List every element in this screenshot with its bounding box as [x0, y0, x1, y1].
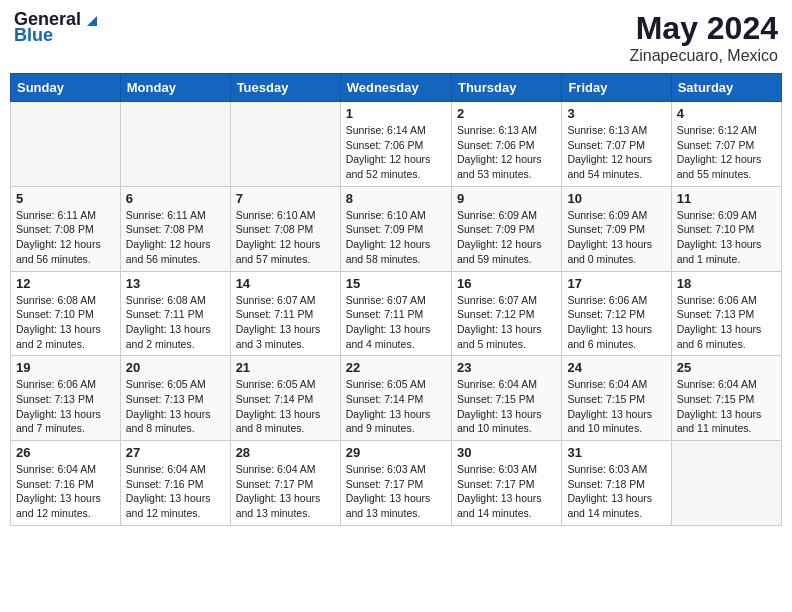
- day-number: 27: [126, 445, 225, 460]
- table-row: 21Sunrise: 6:05 AM Sunset: 7:14 PM Dayli…: [230, 356, 340, 441]
- day-info: Sunrise: 6:06 AM Sunset: 7:13 PM Dayligh…: [677, 293, 776, 352]
- day-info: Sunrise: 6:09 AM Sunset: 7:10 PM Dayligh…: [677, 208, 776, 267]
- col-friday: Friday: [562, 74, 671, 102]
- table-row: 3Sunrise: 6:13 AM Sunset: 7:07 PM Daylig…: [562, 102, 671, 187]
- day-number: 15: [346, 276, 446, 291]
- day-number: 30: [457, 445, 556, 460]
- table-row: 8Sunrise: 6:10 AM Sunset: 7:09 PM Daylig…: [340, 186, 451, 271]
- day-number: 26: [16, 445, 115, 460]
- day-number: 16: [457, 276, 556, 291]
- col-wednesday: Wednesday: [340, 74, 451, 102]
- calendar-week-5: 26Sunrise: 6:04 AM Sunset: 7:16 PM Dayli…: [11, 441, 782, 526]
- table-row: 29Sunrise: 6:03 AM Sunset: 7:17 PM Dayli…: [340, 441, 451, 526]
- table-row: 18Sunrise: 6:06 AM Sunset: 7:13 PM Dayli…: [671, 271, 781, 356]
- day-info: Sunrise: 6:07 AM Sunset: 7:12 PM Dayligh…: [457, 293, 556, 352]
- day-number: 22: [346, 360, 446, 375]
- day-number: 29: [346, 445, 446, 460]
- day-number: 31: [567, 445, 665, 460]
- col-thursday: Thursday: [451, 74, 561, 102]
- day-info: Sunrise: 6:04 AM Sunset: 7:17 PM Dayligh…: [236, 462, 335, 521]
- day-info: Sunrise: 6:10 AM Sunset: 7:08 PM Dayligh…: [236, 208, 335, 267]
- day-number: 21: [236, 360, 335, 375]
- calendar-week-2: 5Sunrise: 6:11 AM Sunset: 7:08 PM Daylig…: [11, 186, 782, 271]
- day-number: 3: [567, 106, 665, 121]
- day-number: 4: [677, 106, 776, 121]
- table-row: 19Sunrise: 6:06 AM Sunset: 7:13 PM Dayli…: [11, 356, 121, 441]
- calendar-week-1: 1Sunrise: 6:14 AM Sunset: 7:06 PM Daylig…: [11, 102, 782, 187]
- day-info: Sunrise: 6:04 AM Sunset: 7:16 PM Dayligh…: [16, 462, 115, 521]
- table-row: 25Sunrise: 6:04 AM Sunset: 7:15 PM Dayli…: [671, 356, 781, 441]
- col-tuesday: Tuesday: [230, 74, 340, 102]
- table-row: [671, 441, 781, 526]
- table-row: 27Sunrise: 6:04 AM Sunset: 7:16 PM Dayli…: [120, 441, 230, 526]
- day-info: Sunrise: 6:03 AM Sunset: 7:17 PM Dayligh…: [346, 462, 446, 521]
- day-info: Sunrise: 6:08 AM Sunset: 7:10 PM Dayligh…: [16, 293, 115, 352]
- table-row: [11, 102, 121, 187]
- day-number: 7: [236, 191, 335, 206]
- table-row: 9Sunrise: 6:09 AM Sunset: 7:09 PM Daylig…: [451, 186, 561, 271]
- table-row: 17Sunrise: 6:06 AM Sunset: 7:12 PM Dayli…: [562, 271, 671, 356]
- day-number: 13: [126, 276, 225, 291]
- svg-marker-0: [87, 16, 97, 26]
- table-row: 1Sunrise: 6:14 AM Sunset: 7:06 PM Daylig…: [340, 102, 451, 187]
- day-number: 5: [16, 191, 115, 206]
- day-info: Sunrise: 6:05 AM Sunset: 7:14 PM Dayligh…: [236, 377, 335, 436]
- page-header: General Blue May 2024 Zinapecuaro, Mexic…: [10, 10, 782, 65]
- day-info: Sunrise: 6:07 AM Sunset: 7:11 PM Dayligh…: [346, 293, 446, 352]
- day-info: Sunrise: 6:06 AM Sunset: 7:12 PM Dayligh…: [567, 293, 665, 352]
- table-row: 2Sunrise: 6:13 AM Sunset: 7:06 PM Daylig…: [451, 102, 561, 187]
- table-row: 23Sunrise: 6:04 AM Sunset: 7:15 PM Dayli…: [451, 356, 561, 441]
- location-title: Zinapecuaro, Mexico: [629, 47, 778, 65]
- logo-text: General Blue: [14, 10, 99, 44]
- logo-blue: Blue: [14, 26, 99, 44]
- day-info: Sunrise: 6:07 AM Sunset: 7:11 PM Dayligh…: [236, 293, 335, 352]
- day-number: 6: [126, 191, 225, 206]
- day-number: 10: [567, 191, 665, 206]
- calendar-header-row: Sunday Monday Tuesday Wednesday Thursday…: [11, 74, 782, 102]
- day-info: Sunrise: 6:04 AM Sunset: 7:15 PM Dayligh…: [457, 377, 556, 436]
- day-number: 8: [346, 191, 446, 206]
- day-number: 14: [236, 276, 335, 291]
- title-section: May 2024 Zinapecuaro, Mexico: [629, 10, 778, 65]
- day-info: Sunrise: 6:03 AM Sunset: 7:17 PM Dayligh…: [457, 462, 556, 521]
- table-row: 31Sunrise: 6:03 AM Sunset: 7:18 PM Dayli…: [562, 441, 671, 526]
- calendar-week-3: 12Sunrise: 6:08 AM Sunset: 7:10 PM Dayli…: [11, 271, 782, 356]
- table-row: 7Sunrise: 6:10 AM Sunset: 7:08 PM Daylig…: [230, 186, 340, 271]
- table-row: 4Sunrise: 6:12 AM Sunset: 7:07 PM Daylig…: [671, 102, 781, 187]
- day-info: Sunrise: 6:10 AM Sunset: 7:09 PM Dayligh…: [346, 208, 446, 267]
- day-number: 24: [567, 360, 665, 375]
- day-number: 18: [677, 276, 776, 291]
- day-info: Sunrise: 6:09 AM Sunset: 7:09 PM Dayligh…: [457, 208, 556, 267]
- day-info: Sunrise: 6:04 AM Sunset: 7:15 PM Dayligh…: [677, 377, 776, 436]
- table-row: 13Sunrise: 6:08 AM Sunset: 7:11 PM Dayli…: [120, 271, 230, 356]
- logo: General Blue: [14, 10, 99, 44]
- day-info: Sunrise: 6:05 AM Sunset: 7:13 PM Dayligh…: [126, 377, 225, 436]
- day-info: Sunrise: 6:13 AM Sunset: 7:07 PM Dayligh…: [567, 123, 665, 182]
- day-info: Sunrise: 6:04 AM Sunset: 7:15 PM Dayligh…: [567, 377, 665, 436]
- day-number: 2: [457, 106, 556, 121]
- table-row: 26Sunrise: 6:04 AM Sunset: 7:16 PM Dayli…: [11, 441, 121, 526]
- day-info: Sunrise: 6:03 AM Sunset: 7:18 PM Dayligh…: [567, 462, 665, 521]
- day-info: Sunrise: 6:11 AM Sunset: 7:08 PM Dayligh…: [16, 208, 115, 267]
- col-sunday: Sunday: [11, 74, 121, 102]
- day-number: 20: [126, 360, 225, 375]
- day-info: Sunrise: 6:08 AM Sunset: 7:11 PM Dayligh…: [126, 293, 225, 352]
- day-number: 11: [677, 191, 776, 206]
- table-row: [120, 102, 230, 187]
- table-row: 11Sunrise: 6:09 AM Sunset: 7:10 PM Dayli…: [671, 186, 781, 271]
- table-row: 6Sunrise: 6:11 AM Sunset: 7:08 PM Daylig…: [120, 186, 230, 271]
- table-row: 14Sunrise: 6:07 AM Sunset: 7:11 PM Dayli…: [230, 271, 340, 356]
- day-info: Sunrise: 6:14 AM Sunset: 7:06 PM Dayligh…: [346, 123, 446, 182]
- table-row: 28Sunrise: 6:04 AM Sunset: 7:17 PM Dayli…: [230, 441, 340, 526]
- day-number: 9: [457, 191, 556, 206]
- day-number: 19: [16, 360, 115, 375]
- table-row: 20Sunrise: 6:05 AM Sunset: 7:13 PM Dayli…: [120, 356, 230, 441]
- day-info: Sunrise: 6:09 AM Sunset: 7:09 PM Dayligh…: [567, 208, 665, 267]
- col-monday: Monday: [120, 74, 230, 102]
- table-row: 30Sunrise: 6:03 AM Sunset: 7:17 PM Dayli…: [451, 441, 561, 526]
- col-saturday: Saturday: [671, 74, 781, 102]
- calendar-table: Sunday Monday Tuesday Wednesday Thursday…: [10, 73, 782, 526]
- day-info: Sunrise: 6:06 AM Sunset: 7:13 PM Dayligh…: [16, 377, 115, 436]
- table-row: 5Sunrise: 6:11 AM Sunset: 7:08 PM Daylig…: [11, 186, 121, 271]
- day-number: 17: [567, 276, 665, 291]
